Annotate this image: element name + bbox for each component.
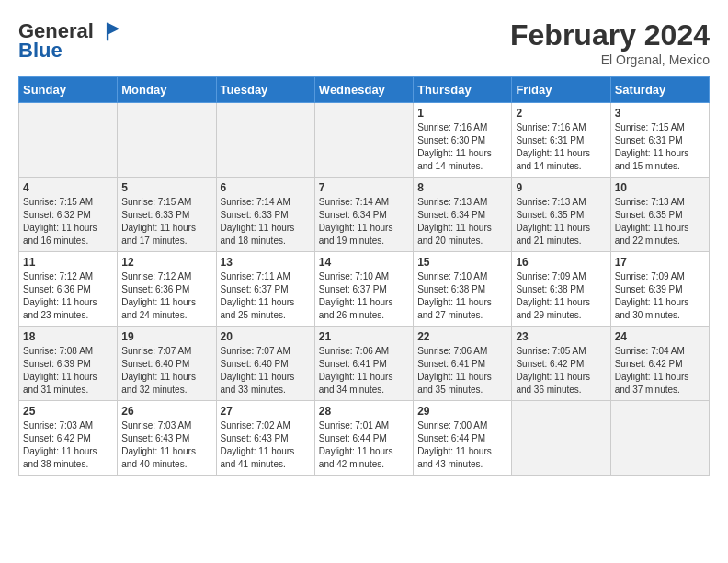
- day-number: 4: [23, 181, 113, 194]
- calendar-cell: 11Sunrise: 7:12 AMSunset: 6:36 PMDayligh…: [19, 252, 118, 327]
- day-info: Sunrise: 7:02 AMSunset: 6:43 PMDaylight:…: [221, 419, 311, 471]
- calendar-cell: 3Sunrise: 7:15 AMSunset: 6:31 PMDaylight…: [610, 103, 709, 178]
- calendar-cell: 20Sunrise: 7:07 AMSunset: 6:40 PMDayligh…: [216, 327, 314, 401]
- col-monday: Monday: [118, 77, 216, 103]
- day-info: Sunrise: 7:03 AMSunset: 6:42 PMDaylight:…: [23, 419, 113, 471]
- calendar-week-row: 11Sunrise: 7:12 AMSunset: 6:36 PMDayligh…: [19, 252, 710, 327]
- day-number: 10: [615, 181, 705, 194]
- calendar-cell: 16Sunrise: 7:09 AMSunset: 6:38 PMDayligh…: [512, 252, 610, 327]
- day-number: 22: [417, 330, 507, 343]
- day-info: Sunrise: 7:03 AMSunset: 6:43 PMDaylight:…: [121, 419, 211, 471]
- day-number: 11: [23, 256, 113, 269]
- day-number: 2: [516, 107, 606, 120]
- calendar-cell: 9Sunrise: 7:13 AMSunset: 6:35 PMDaylight…: [512, 178, 610, 252]
- day-number: 23: [516, 330, 606, 343]
- calendar-week-row: 4Sunrise: 7:15 AMSunset: 6:32 PMDaylight…: [19, 178, 710, 252]
- day-number: 24: [615, 330, 705, 343]
- svg-marker-0: [108, 23, 119, 35]
- calendar-cell: 23Sunrise: 7:05 AMSunset: 6:42 PMDayligh…: [512, 327, 610, 401]
- day-info: Sunrise: 7:04 AMSunset: 6:42 PMDaylight:…: [615, 345, 705, 396]
- calendar-cell: [314, 103, 413, 178]
- day-number: 12: [121, 256, 211, 269]
- month-title: February 2024: [510, 18, 710, 52]
- calendar-cell: 6Sunrise: 7:14 AMSunset: 6:33 PMDaylight…: [216, 178, 314, 252]
- day-info: Sunrise: 7:06 AMSunset: 6:41 PMDaylight:…: [319, 345, 409, 396]
- calendar-cell: [118, 103, 216, 178]
- calendar-cell: 17Sunrise: 7:09 AMSunset: 6:39 PMDayligh…: [610, 252, 709, 327]
- day-info: Sunrise: 7:07 AMSunset: 6:40 PMDaylight:…: [221, 345, 311, 396]
- logo: General Blue: [18, 18, 121, 63]
- col-friday: Friday: [512, 77, 610, 103]
- calendar-header-row: Sunday Monday Tuesday Wednesday Thursday…: [19, 77, 710, 103]
- logo-text: General Blue: [18, 18, 121, 63]
- calendar-cell: 14Sunrise: 7:10 AMSunset: 6:37 PMDayligh…: [314, 252, 413, 327]
- day-number: 6: [221, 181, 311, 194]
- day-number: 19: [121, 330, 211, 343]
- calendar-cell: 24Sunrise: 7:04 AMSunset: 6:42 PMDayligh…: [610, 327, 709, 401]
- day-number: 21: [319, 330, 409, 343]
- day-info: Sunrise: 7:13 AMSunset: 6:34 PMDaylight:…: [417, 196, 507, 247]
- calendar-cell: 8Sunrise: 7:13 AMSunset: 6:34 PMDaylight…: [414, 178, 512, 252]
- calendar-table: Sunday Monday Tuesday Wednesday Thursday…: [18, 76, 710, 476]
- location: El Organal, Mexico: [510, 52, 710, 67]
- calendar-cell: 25Sunrise: 7:03 AMSunset: 6:42 PMDayligh…: [19, 401, 118, 476]
- calendar-cell: 26Sunrise: 7:03 AMSunset: 6:43 PMDayligh…: [118, 401, 216, 476]
- day-info: Sunrise: 7:06 AMSunset: 6:41 PMDaylight:…: [417, 345, 507, 396]
- day-number: 9: [516, 181, 606, 194]
- title-block: February 2024 El Organal, Mexico: [510, 18, 710, 67]
- calendar-week-row: 18Sunrise: 7:08 AMSunset: 6:39 PMDayligh…: [19, 327, 710, 401]
- day-number: 26: [121, 405, 211, 418]
- day-number: 25: [23, 405, 113, 418]
- day-info: Sunrise: 7:09 AMSunset: 6:38 PMDaylight:…: [516, 270, 606, 322]
- day-info: Sunrise: 7:05 AMSunset: 6:42 PMDaylight:…: [516, 345, 606, 396]
- day-info: Sunrise: 7:14 AMSunset: 6:33 PMDaylight:…: [221, 196, 311, 247]
- day-number: 8: [417, 181, 507, 194]
- day-info: Sunrise: 7:10 AMSunset: 6:37 PMDaylight:…: [319, 270, 409, 322]
- day-info: Sunrise: 7:08 AMSunset: 6:39 PMDaylight:…: [23, 345, 113, 396]
- col-sunday: Sunday: [19, 77, 118, 103]
- calendar-cell: 1Sunrise: 7:16 AMSunset: 6:30 PMDaylight…: [414, 103, 512, 178]
- day-info: Sunrise: 7:11 AMSunset: 6:37 PMDaylight:…: [221, 270, 311, 322]
- day-number: 29: [417, 405, 507, 418]
- calendar-cell: [610, 401, 709, 476]
- calendar-cell: 4Sunrise: 7:15 AMSunset: 6:32 PMDaylight…: [19, 178, 118, 252]
- day-number: 28: [319, 405, 409, 418]
- col-wednesday: Wednesday: [314, 77, 413, 103]
- calendar-cell: 19Sunrise: 7:07 AMSunset: 6:40 PMDayligh…: [118, 327, 216, 401]
- day-info: Sunrise: 7:07 AMSunset: 6:40 PMDaylight:…: [121, 345, 211, 396]
- calendar-cell: 22Sunrise: 7:06 AMSunset: 6:41 PMDayligh…: [414, 327, 512, 401]
- col-saturday: Saturday: [610, 77, 709, 103]
- page-header: General Blue February 2024 El Organal, M…: [18, 18, 710, 67]
- day-number: 17: [615, 256, 705, 269]
- day-info: Sunrise: 7:16 AMSunset: 6:31 PMDaylight:…: [516, 121, 606, 173]
- calendar-cell: 27Sunrise: 7:02 AMSunset: 6:43 PMDayligh…: [216, 401, 314, 476]
- day-info: Sunrise: 7:01 AMSunset: 6:44 PMDaylight:…: [319, 419, 409, 471]
- calendar-cell: [216, 103, 314, 178]
- day-info: Sunrise: 7:10 AMSunset: 6:38 PMDaylight:…: [417, 270, 507, 322]
- calendar-week-row: 1Sunrise: 7:16 AMSunset: 6:30 PMDaylight…: [19, 103, 710, 178]
- calendar-cell: 10Sunrise: 7:13 AMSunset: 6:35 PMDayligh…: [610, 178, 709, 252]
- col-tuesday: Tuesday: [216, 77, 314, 103]
- day-number: 27: [221, 405, 311, 418]
- calendar-cell: 13Sunrise: 7:11 AMSunset: 6:37 PMDayligh…: [216, 252, 314, 327]
- day-info: Sunrise: 7:13 AMSunset: 6:35 PMDaylight:…: [615, 196, 705, 247]
- calendar-cell: 28Sunrise: 7:01 AMSunset: 6:44 PMDayligh…: [314, 401, 413, 476]
- calendar-cell: 21Sunrise: 7:06 AMSunset: 6:41 PMDayligh…: [314, 327, 413, 401]
- day-number: 5: [121, 181, 211, 194]
- calendar-cell: 15Sunrise: 7:10 AMSunset: 6:38 PMDayligh…: [414, 252, 512, 327]
- day-number: 14: [319, 256, 409, 269]
- day-info: Sunrise: 7:15 AMSunset: 6:32 PMDaylight:…: [23, 196, 113, 247]
- calendar-cell: [512, 401, 610, 476]
- day-number: 20: [221, 330, 311, 343]
- day-number: 18: [23, 330, 113, 343]
- calendar-week-row: 25Sunrise: 7:03 AMSunset: 6:42 PMDayligh…: [19, 401, 710, 476]
- calendar-cell: 29Sunrise: 7:00 AMSunset: 6:44 PMDayligh…: [414, 401, 512, 476]
- day-number: 3: [615, 107, 705, 120]
- calendar-cell: 5Sunrise: 7:15 AMSunset: 6:33 PMDaylight…: [118, 178, 216, 252]
- day-info: Sunrise: 7:12 AMSunset: 6:36 PMDaylight:…: [23, 270, 113, 322]
- day-info: Sunrise: 7:09 AMSunset: 6:39 PMDaylight:…: [615, 270, 705, 322]
- day-number: 7: [319, 181, 409, 194]
- logo-flag-icon: [96, 18, 121, 44]
- calendar-cell: [19, 103, 118, 178]
- day-info: Sunrise: 7:15 AMSunset: 6:33 PMDaylight:…: [121, 196, 211, 247]
